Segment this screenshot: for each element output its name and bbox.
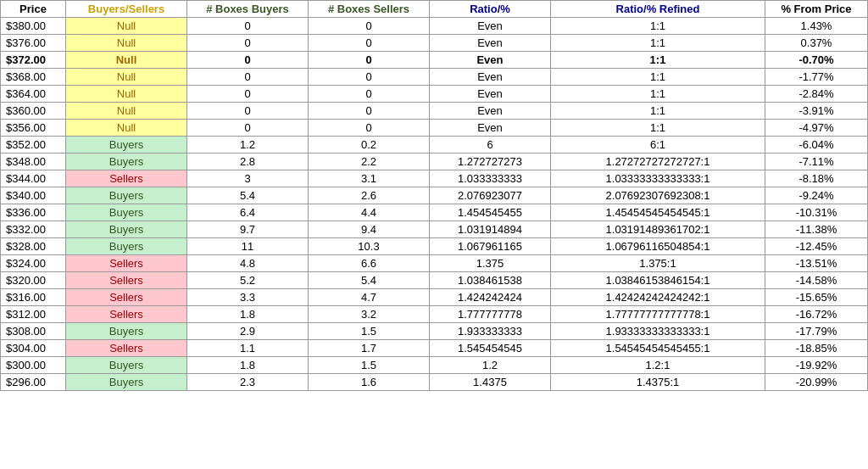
cell-ratio-refined: 1.45454545454545:1 xyxy=(551,204,765,221)
table-row: $340.00Buyers5.42.62.0769230772.07692307… xyxy=(1,187,868,204)
cell-price: $316.00 xyxy=(1,289,66,306)
cell-from-price: -15.65% xyxy=(765,289,868,306)
cell-boxes-sellers: 9.4 xyxy=(309,221,430,238)
cell-from-price: -10.31% xyxy=(765,204,868,221)
cell-buyers-sellers: Sellers xyxy=(66,340,187,357)
cell-price: $372.00 xyxy=(1,52,66,69)
cell-price: $352.00 xyxy=(1,137,66,154)
cell-buyers-sellers: Sellers xyxy=(66,170,187,187)
cell-boxes-buyers: 1.8 xyxy=(187,357,309,374)
cell-price: $348.00 xyxy=(1,154,66,170)
cell-boxes-sellers: 10.3 xyxy=(309,238,430,255)
table-row: $296.00Buyers2.31.61.43751.4375:1-20.99% xyxy=(1,374,868,391)
header-buyers-sellers: Buyers/Sellers xyxy=(66,1,187,18)
cell-boxes-buyers: 0 xyxy=(187,69,309,86)
cell-ratio: 1.2 xyxy=(430,357,551,374)
cell-ratio: 1.4375 xyxy=(430,374,551,391)
cell-ratio-refined: 1.4375:1 xyxy=(551,374,765,391)
cell-ratio: Even xyxy=(430,103,551,120)
main-table-container: Price Buyers/Sellers # Boxes Buyers # Bo… xyxy=(0,0,868,391)
cell-ratio-refined: 1.03846153846154:1 xyxy=(551,272,765,289)
cell-price: $300.00 xyxy=(1,357,66,374)
cell-buyers-sellers: Sellers xyxy=(66,272,187,289)
cell-boxes-sellers: 0 xyxy=(309,52,430,69)
cell-from-price: -6.04% xyxy=(765,137,868,154)
cell-price: $376.00 xyxy=(1,35,66,52)
cell-boxes-sellers: 1.6 xyxy=(309,374,430,391)
cell-price: $368.00 xyxy=(1,69,66,86)
cell-ratio: 2.076923077 xyxy=(430,187,551,204)
cell-boxes-sellers: 4.4 xyxy=(309,204,430,221)
cell-from-price: -12.45% xyxy=(765,238,868,255)
cell-ratio: 1.454545455 xyxy=(430,204,551,221)
cell-ratio: 1.375 xyxy=(430,255,551,272)
cell-boxes-buyers: 2.8 xyxy=(187,154,309,170)
cell-boxes-sellers: 0 xyxy=(309,103,430,120)
cell-price: $336.00 xyxy=(1,204,66,221)
cell-buyers-sellers: Sellers xyxy=(66,255,187,272)
cell-boxes-buyers: 0 xyxy=(187,120,309,137)
cell-ratio-refined: 1:1 xyxy=(551,35,765,52)
cell-boxes-sellers: 4.7 xyxy=(309,289,430,306)
cell-ratio-refined: 1.375:1 xyxy=(551,255,765,272)
table-row: $344.00Sellers33.11.0333333331.033333333… xyxy=(1,170,868,187)
cell-boxes-buyers: 2.3 xyxy=(187,374,309,391)
cell-from-price: -0.70% xyxy=(765,52,868,69)
cell-price: $364.00 xyxy=(1,86,66,103)
cell-price: $328.00 xyxy=(1,238,66,255)
cell-from-price: -9.24% xyxy=(765,187,868,204)
cell-ratio: 1.545454545 xyxy=(430,340,551,357)
cell-ratio-refined: 1.27272727272727:1 xyxy=(551,154,765,170)
cell-ratio: Even xyxy=(430,69,551,86)
cell-boxes-sellers: 1.5 xyxy=(309,357,430,374)
cell-buyers-sellers: Null xyxy=(66,52,187,69)
cell-boxes-buyers: 6.4 xyxy=(187,204,309,221)
cell-price: $356.00 xyxy=(1,120,66,137)
cell-buyers-sellers: Buyers xyxy=(66,187,187,204)
cell-buyers-sellers: Buyers xyxy=(66,374,187,391)
header-ratio: Ratio/% xyxy=(430,1,551,18)
cell-ratio-refined: 1:1 xyxy=(551,120,765,137)
table-row: $360.00Null00Even1:1-3.91% xyxy=(1,103,868,120)
cell-ratio-refined: 1:1 xyxy=(551,18,765,35)
cell-buyers-sellers: Buyers xyxy=(66,137,187,154)
cell-price: $380.00 xyxy=(1,18,66,35)
cell-ratio: 1.031914894 xyxy=(430,221,551,238)
cell-boxes-buyers: 5.4 xyxy=(187,187,309,204)
cell-price: $340.00 xyxy=(1,187,66,204)
cell-ratio: 1.038461538 xyxy=(430,272,551,289)
cell-ratio-refined: 2.07692307692308:1 xyxy=(551,187,765,204)
cell-buyers-sellers: Buyers xyxy=(66,323,187,340)
cell-boxes-sellers: 0 xyxy=(309,120,430,137)
cell-ratio: Even xyxy=(430,52,551,69)
table-row: $368.00Null00Even1:1-1.77% xyxy=(1,69,868,86)
table-row: $372.00Null00Even1:1-0.70% xyxy=(1,52,868,69)
cell-buyers-sellers: Sellers xyxy=(66,306,187,323)
cell-from-price: -2.84% xyxy=(765,86,868,103)
cell-boxes-sellers: 2.6 xyxy=(309,187,430,204)
table-row: $336.00Buyers6.44.41.4545454551.45454545… xyxy=(1,204,868,221)
cell-boxes-buyers: 0 xyxy=(187,35,309,52)
table-row: $352.00Buyers1.20.266:1-6.04% xyxy=(1,137,868,154)
cell-buyers-sellers: Buyers xyxy=(66,221,187,238)
cell-ratio: Even xyxy=(430,120,551,137)
cell-ratio-refined: 1.06796116504854:1 xyxy=(551,238,765,255)
cell-ratio-refined: 1:1 xyxy=(551,86,765,103)
cell-buyers-sellers: Sellers xyxy=(66,289,187,306)
cell-boxes-sellers: 1.7 xyxy=(309,340,430,357)
cell-price: $312.00 xyxy=(1,306,66,323)
cell-from-price: -17.79% xyxy=(765,323,868,340)
cell-buyers-sellers: Null xyxy=(66,18,187,35)
cell-ratio: 1.933333333 xyxy=(430,323,551,340)
table-row: $380.00Null00Even1:11.43% xyxy=(1,18,868,35)
table-row: $324.00Sellers4.86.61.3751.375:1-13.51% xyxy=(1,255,868,272)
cell-ratio: 1.067961165 xyxy=(430,238,551,255)
table-row: $328.00Buyers1110.31.0679611651.06796116… xyxy=(1,238,868,255)
table-row: $320.00Sellers5.25.41.0384615381.0384615… xyxy=(1,272,868,289)
table-row: $308.00Buyers2.91.51.9333333331.93333333… xyxy=(1,323,868,340)
cell-boxes-buyers: 2.9 xyxy=(187,323,309,340)
cell-ratio-refined: 6:1 xyxy=(551,137,765,154)
cell-ratio: 1.272727273 xyxy=(430,154,551,170)
header-price: Price xyxy=(1,1,66,18)
cell-from-price: -3.91% xyxy=(765,103,868,120)
